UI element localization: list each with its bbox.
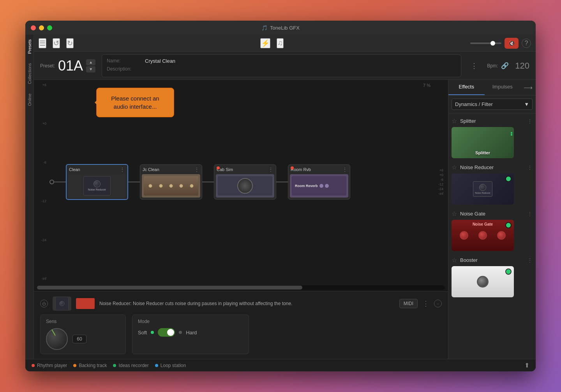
noise-gate-menu-button[interactable]: ⋮ [527,211,533,217]
app-window: 🎵 ToneLib GFX Presets Collections Online… [25,21,536,371]
list-item-booster: ☆ Booster ⋮ [448,254,536,266]
bottom-menu-button[interactable]: ⋮ [422,299,429,308]
sens-knob[interactable] [46,328,68,350]
vu-bar-2 [511,134,512,136]
ideas-dot [113,364,116,367]
list-item-splitter: ☆ Splitter ⋮ [448,115,536,127]
booster-name: Booster [460,257,524,263]
preset-name-value: Crystal Clean [145,58,175,64]
meter-right-minusinf: -inf [438,192,443,196]
menu-button[interactable]: ☰ [39,38,46,48]
booster-thumb-body [452,266,514,297]
star-noise-reducer-button[interactable]: ☆ [452,164,457,171]
effect-node-noise-reducer-menu[interactable]: ⋮ [120,166,125,173]
bpm-label: Bpm: [487,63,498,69]
app-icon: 🎵 [261,25,268,31]
effect-node-jc-clean-body [142,174,200,198]
maximize-button[interactable] [47,25,52,30]
nr-thumb-panel: Noise Reducer [473,181,492,197]
status-ideas-recorder[interactable]: Ideas recorder [113,363,155,368]
bpm-link-button[interactable]: 🔗 [501,62,509,69]
ng-title: Noise Gate [473,222,493,226]
volume-slider[interactable] [470,42,501,44]
status-rhythm-player[interactable]: Rhythm player [32,363,73,368]
nr-panel: Noise Reducer [83,176,111,196]
noise-reducer-menu-button[interactable]: ⋮ [527,164,533,171]
preset-info: Name: Crystal Clean Description: [102,55,461,77]
sidebar-tab-online[interactable]: Online [26,89,34,111]
effect-node-jc-clean-menu[interactable]: ⋮ [194,166,199,173]
preset-down-button[interactable]: ▼ [86,66,95,72]
level-meter-left: +6 +0 -6 -12 -24 -inf [37,80,46,284]
volume-thumb [490,41,495,46]
main-area: ☰ ↺ ↻ ⚡ ♫ 🔇 ? [34,35,536,359]
midi-button[interactable]: MIDI [399,299,418,308]
noise-gate-name: Noise Gate [460,211,524,217]
status-backing-track[interactable]: Backing track [73,363,113,368]
vu-bar-1 [511,132,512,134]
volume-slider-container [470,42,501,44]
preset-number: 01A [58,58,83,74]
effect-node-cab-sim[interactable]: Cab Sim ⋮ [214,164,276,200]
redo-button[interactable]: ↻ [66,38,74,48]
effect-node-cab-sim-menu[interactable]: ⋮ [268,166,273,173]
star-booster-button[interactable]: ☆ [452,256,457,264]
description-label: Description: [107,66,142,72]
undo-button[interactable]: ↺ [53,38,60,48]
splitter-menu-button[interactable]: ⋮ [527,118,533,124]
sidebar-tab-collections[interactable]: Collections [26,58,34,89]
app-body: Presets Collections Online ☰ ↺ ↻ ⚡ ♫ [25,35,536,359]
noise-gate-thumbnail: Noise Gate [452,220,514,251]
audio-interface-warning: Please connect an audio interface... [96,88,174,117]
effect-node-room-rvb-menu[interactable]: ⋮ [342,166,348,173]
right-panel: Effects Impulses ⟶ Dynamics / Filter ▼ [448,80,536,359]
splitter-vu-meter [511,129,512,136]
rhythm-player-label: Rhythm player [37,363,67,368]
mode-hard-label: Hard [186,330,197,335]
help-button[interactable]: ? [522,39,531,48]
connector-3 [276,182,288,182]
filter-select[interactable]: Dynamics / Filter ▼ [452,99,533,110]
upload-button[interactable]: ⬆ [524,362,529,369]
sidebar-tab-presets[interactable]: Presets [26,35,34,58]
rpanel-tab-impulses[interactable]: Impulses [485,80,521,95]
mute-button[interactable]: 🔇 [505,38,519,49]
preset-up-button[interactable]: ▲ [86,59,95,65]
backing-dot [73,364,76,367]
preset-menu-button[interactable]: ⋮ [468,60,481,72]
splitter-name: Splitter [460,118,524,124]
minimize-button[interactable] [39,25,44,30]
status-loop-station[interactable]: Loop station [155,363,192,368]
loop-dot [155,364,158,367]
mode-toggle-switch[interactable] [158,328,175,337]
effect-power-button[interactable]: ⏻ [40,300,48,307]
room-rvb-active-dot [291,166,294,170]
meter-label-minus6: -6 [37,161,46,164]
effect-node-room-rvb[interactable]: Room Rvb ⋮ Room Reverb [288,164,350,200]
signal-chain-area: +6 +0 -6 -12 -24 -inf 7 % [34,80,536,359]
bpm-value: 120 [515,61,529,71]
preset-desc-row: Description: [107,66,456,72]
usb-icon[interactable]: ⚡ [260,38,270,48]
connector-2 [202,182,214,182]
rpanel-tab-effects[interactable]: Effects [448,80,485,95]
ng-knob-3 [497,231,506,240]
bpm-section: Bpm: 🔗 [487,62,509,69]
bypass-button[interactable]: ○ [434,300,442,307]
close-button[interactable] [31,25,36,30]
effect-node-jc-clean[interactable]: Jc Clean ⋮ [140,164,202,200]
meter-label-plus6: +6 [37,83,46,87]
status-bar: Rhythm player Backing track Ideas record… [25,359,536,371]
booster-thumbnail [452,266,514,297]
guitar-icon[interactable]: ♫ [277,38,284,48]
rpanel-export-button[interactable]: ⟶ [520,80,536,95]
star-splitter-button[interactable]: ☆ [452,117,457,125]
meter-label-minus24: -24 [37,238,46,242]
star-noise-gate-button[interactable]: ☆ [452,210,457,217]
effect-node-room-rvb-header: Room Rvb ⋮ [288,165,350,174]
sens-label: Sens [46,319,120,324]
chain-scrollbar[interactable] [37,285,445,290]
booster-menu-button[interactable]: ⋮ [527,257,533,263]
effect-node-noise-reducer[interactable]: Clean ⋮ Noise Reducer [66,164,128,200]
effect-node-jc-clean-title: Jc Clean [143,167,159,172]
